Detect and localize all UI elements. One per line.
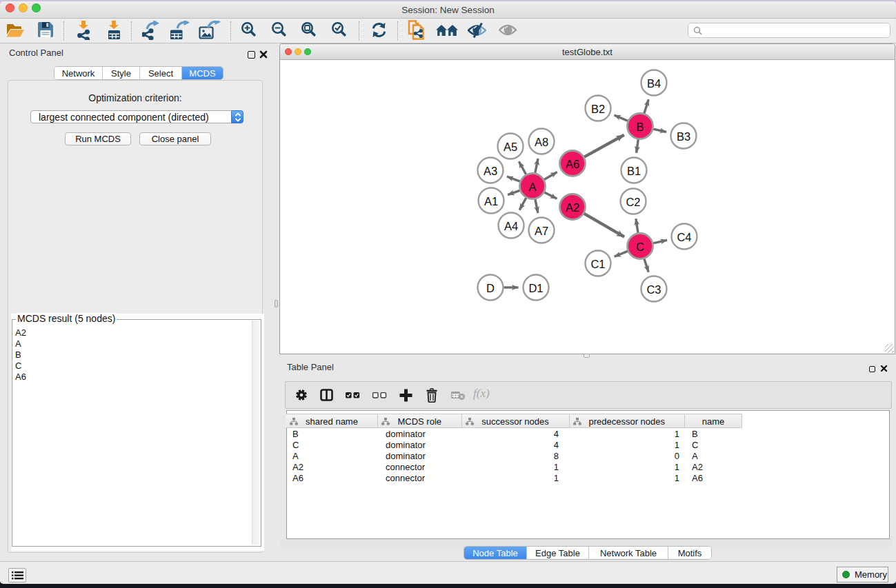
svg-text:C2: C2 xyxy=(626,196,640,208)
svg-text:D: D xyxy=(486,282,495,294)
svg-text:C3: C3 xyxy=(646,283,661,296)
svg-text:C1: C1 xyxy=(590,258,605,270)
svg-text:A4: A4 xyxy=(504,220,518,232)
svg-text:A3: A3 xyxy=(484,165,497,177)
svg-text:B3: B3 xyxy=(677,130,690,143)
svg-text:B2: B2 xyxy=(591,103,605,115)
svg-text:A1: A1 xyxy=(484,195,498,207)
svg-text:B4: B4 xyxy=(647,77,661,90)
svg-text:A8: A8 xyxy=(535,136,548,148)
svg-text:B1: B1 xyxy=(627,165,641,177)
svg-text:A5: A5 xyxy=(504,141,517,153)
svg-text:A: A xyxy=(528,181,536,193)
svg-text:B: B xyxy=(636,121,644,133)
svg-text:A2: A2 xyxy=(566,201,579,214)
svg-text:A6: A6 xyxy=(566,158,579,170)
svg-text:A7: A7 xyxy=(535,225,548,237)
svg-text:D1: D1 xyxy=(528,282,543,294)
svg-text:C4: C4 xyxy=(677,231,691,243)
svg-text:C: C xyxy=(636,241,644,253)
